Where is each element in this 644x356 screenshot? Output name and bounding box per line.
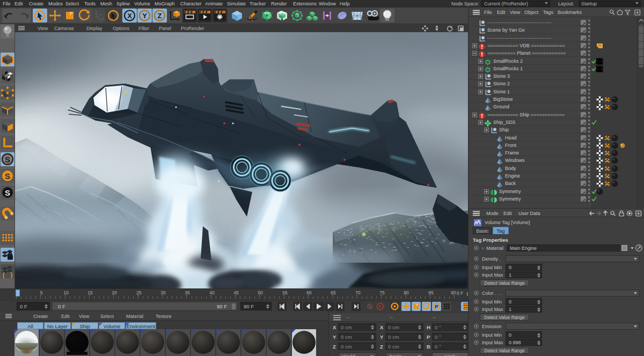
svg-text:S: S [5,155,10,164]
svg-text:( ): ( ) [2,272,13,278]
svg-text:X: X [127,12,132,20]
svg-text:Y: Y [142,12,147,20]
svg-text:S: S [5,172,10,181]
svg-text:Z: Z [158,12,162,20]
svg-text:S: S [5,188,10,197]
svg-text:P: P [435,304,438,309]
